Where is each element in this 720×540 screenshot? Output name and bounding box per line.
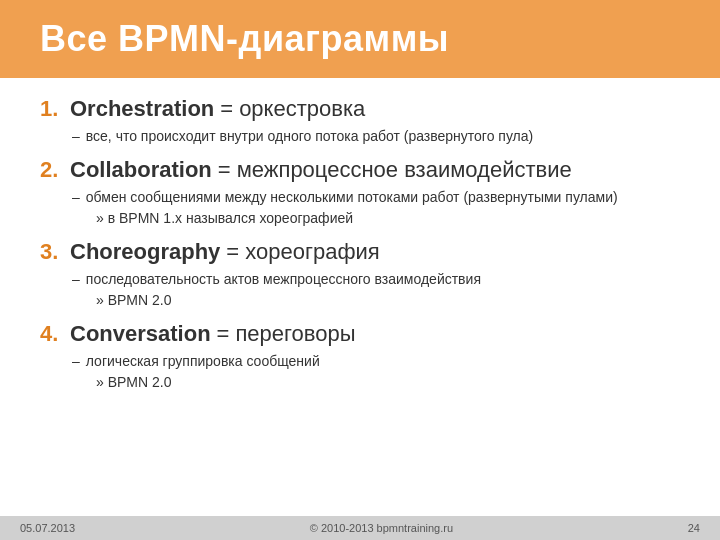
footer-copyright: © 2010-2013 bpmntraining.ru (310, 522, 453, 534)
section-3-bullet-1-text: последовательность актов межпроцессного … (86, 269, 680, 290)
section-4-bullets: – логическая группировка сообщений » BPM… (40, 351, 680, 393)
section-3-sep: = (226, 239, 239, 265)
dash-icon: – (72, 269, 80, 290)
section-4-sub-bullet-1: » BPMN 2.0 (72, 372, 680, 393)
section-3-bullets: – последовательность актов межпроцессног… (40, 269, 680, 311)
section-3: 3. Choreography = хореография – последов… (40, 239, 680, 311)
section-1: 1. Orchestration = оркестровка – все, чт… (40, 96, 680, 147)
section-2-title-en: Collaboration (70, 157, 212, 183)
slide-footer: 05.07.2013 © 2010-2013 bpmntraining.ru 2… (0, 516, 720, 540)
section-4-sep: = (217, 321, 230, 347)
section-3-sub-bullet-1: » BPMN 2.0 (72, 290, 680, 311)
dash-icon: – (72, 351, 80, 372)
section-2-sub-bullet-1-text: » в BPMN 1.x назывался хореографией (96, 208, 353, 229)
section-1-number: 1. (40, 96, 62, 122)
section-3-title-ru: хореография (245, 239, 380, 265)
section-4-title-en: Conversation (70, 321, 211, 347)
section-4-heading: 4. Conversation = переговоры (40, 321, 680, 347)
section-3-heading: 3. Choreography = хореография (40, 239, 680, 265)
section-2-number: 2. (40, 157, 62, 183)
section-3-number: 3. (40, 239, 62, 265)
slide: Все BPMN-диаграммы 1. Orchestration = ор… (0, 0, 720, 540)
slide-header: Все BPMN-диаграммы (0, 0, 720, 78)
section-3-sub-bullet-1-text: » BPMN 2.0 (96, 290, 171, 311)
section-4-bullet-1: – логическая группировка сообщений (72, 351, 680, 372)
footer-date: 05.07.2013 (20, 522, 75, 534)
section-4-bullet-1-text: логическая группировка сообщений (86, 351, 680, 372)
section-4: 4. Conversation = переговоры – логическа… (40, 321, 680, 393)
section-2: 2. Collaboration = межпроцессное взаимод… (40, 157, 680, 229)
dash-icon: – (72, 187, 80, 208)
slide-content: 1. Orchestration = оркестровка – все, чт… (0, 78, 720, 516)
section-3-title-en: Choreography (70, 239, 220, 265)
section-2-heading: 2. Collaboration = межпроцессное взаимод… (40, 157, 680, 183)
section-1-sep: = (220, 96, 233, 122)
dash-icon: – (72, 126, 80, 147)
section-2-sep: = (218, 157, 231, 183)
section-2-bullet-1: – обмен сообщениями между несколькими по… (72, 187, 680, 208)
section-1-heading: 1. Orchestration = оркестровка (40, 96, 680, 122)
section-4-sub-bullet-1-text: » BPMN 2.0 (96, 372, 171, 393)
section-1-title-ru: оркестровка (239, 96, 365, 122)
footer-page: 24 (688, 522, 700, 534)
section-1-bullet-1-text: все, что происходит внутри одного потока… (86, 126, 680, 147)
section-2-title-ru: межпроцессное взаимодействие (237, 157, 572, 183)
section-1-bullet-1: – все, что происходит внутри одного пото… (72, 126, 680, 147)
section-1-title-en: Orchestration (70, 96, 214, 122)
section-1-bullets: – все, что происходит внутри одного пото… (40, 126, 680, 147)
slide-title: Все BPMN-диаграммы (40, 18, 680, 60)
section-3-bullet-1: – последовательность актов межпроцессног… (72, 269, 680, 290)
section-2-bullets: – обмен сообщениями между несколькими по… (40, 187, 680, 229)
section-2-bullet-1-text: обмен сообщениями между несколькими пото… (86, 187, 680, 208)
section-4-title-ru: переговоры (235, 321, 355, 347)
section-2-sub-bullet-1: » в BPMN 1.x назывался хореографией (72, 208, 680, 229)
section-4-number: 4. (40, 321, 62, 347)
